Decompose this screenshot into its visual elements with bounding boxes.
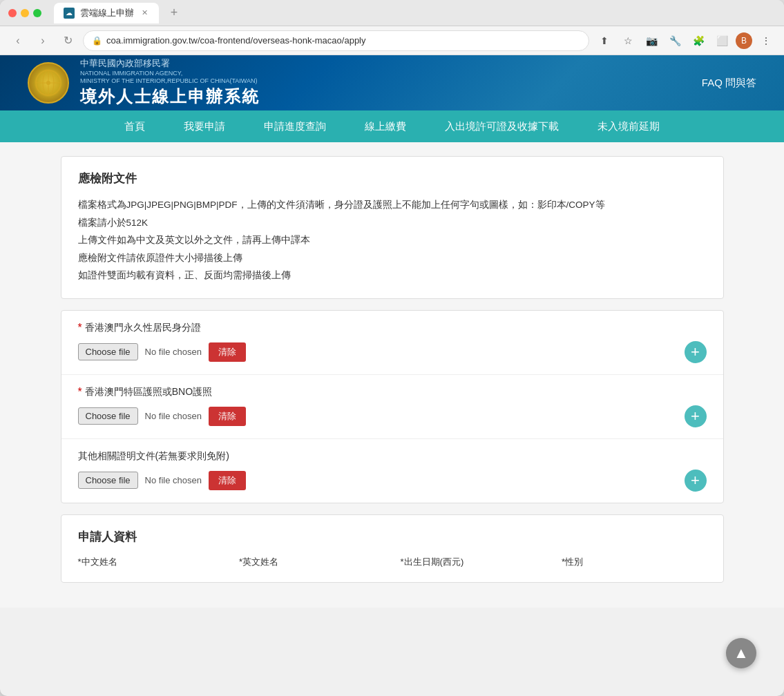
- org-name-zh: 境外人士線上申辦系統: [80, 86, 260, 108]
- nav-item-status[interactable]: 申請進度查詢: [245, 110, 345, 142]
- minimize-window-btn[interactable]: [21, 9, 29, 17]
- profile-btn[interactable]: B: [736, 32, 752, 49]
- reload-btn[interactable]: ↻: [58, 31, 77, 50]
- field-chinese-name-label: *中文姓名: [78, 556, 223, 568]
- nav-item-payment[interactable]: 線上繳費: [345, 110, 426, 142]
- upload-label-passport-text: 香港澳門特區護照或BNO護照: [85, 386, 212, 398]
- nav-item-extension[interactable]: 未入境前延期: [578, 110, 679, 142]
- no-file-text-2: No file chosen: [145, 411, 202, 421]
- upload-label-passport: * 香港澳門特區護照或BNO護照: [78, 386, 707, 398]
- field-english-name: *英文姓名: [239, 556, 384, 568]
- puzzle-btn[interactable]: 🧩: [689, 31, 708, 50]
- share-btn[interactable]: ⬆: [595, 31, 614, 50]
- documents-section-title: 應檢附文件: [78, 171, 707, 186]
- upload-field-passport: * 香港澳門特區護照或BNO護照 Choose file No file cho…: [61, 375, 723, 439]
- clear-btn-3[interactable]: 清除: [209, 471, 246, 490]
- forward-btn[interactable]: ›: [33, 31, 52, 50]
- no-file-text-3: No file chosen: [145, 475, 202, 485]
- camera-btn[interactable]: 📷: [642, 31, 661, 50]
- window-controls: [8, 9, 41, 17]
- upload-row-2: Choose file No file chosen 清除 +: [78, 405, 707, 427]
- browser-toolbar: ‹ › ↻ 🔒 coa.immigration.gov.tw/coa-front…: [0, 26, 784, 55]
- requirement-2: 檔案請小於512K: [78, 214, 707, 232]
- new-tab-btn[interactable]: +: [164, 3, 184, 23]
- org-name-en1: NATIONAL IMMIGRATION AGENCY,: [80, 70, 260, 78]
- tab-favicon: ☁: [64, 8, 75, 19]
- main-nav: 首頁 我要申請 申請進度查詢 線上繳費 入出境許可證及收據下載 未入境前延期: [0, 110, 784, 142]
- upload-field-other: 其他相關證明文件(若無要求則免附) Choose file No file ch…: [61, 439, 723, 503]
- close-window-btn[interactable]: [8, 9, 17, 17]
- org-name-dept: 中華民國內政部移民署: [80, 58, 260, 70]
- browser-actions: ⬆ ☆ 📷 🔧 🧩 ⬜ B ⋮: [595, 31, 776, 50]
- tab-close-btn[interactable]: ✕: [140, 8, 149, 18]
- upload-label-id-text: 香港澳門永久性居民身分證: [85, 322, 201, 334]
- nav-item-home[interactable]: 首頁: [105, 110, 164, 142]
- add-btn-2[interactable]: +: [685, 405, 707, 427]
- tab-title: 雲端線上申辦: [80, 7, 134, 19]
- required-star-1: *: [78, 322, 82, 334]
- header-text: 中華民國內政部移民署 NATIONAL IMMIGRATION AGENCY, …: [80, 58, 260, 108]
- bookmark-btn[interactable]: ☆: [618, 31, 638, 50]
- header-logo-area: 中華民國內政部移民署 NATIONAL IMMIGRATION AGENCY, …: [28, 58, 260, 108]
- nav-item-apply[interactable]: 我要申請: [164, 110, 245, 142]
- svg-point-5: [46, 81, 50, 85]
- upload-label-other-text: 其他相關證明文件(若無要求則免附): [78, 450, 229, 463]
- requirement-4: 應檢附文件請依原證件大小掃描後上傳: [78, 249, 707, 267]
- form-fields-preview: *中文姓名 *英文姓名 *出生日期(西元) *性別: [78, 556, 707, 568]
- field-birthdate: *出生日期(西元): [401, 556, 546, 568]
- upload-section-card: * 香港澳門永久性居民身分證 Choose file No file chose…: [61, 310, 724, 503]
- upload-label-other: 其他相關證明文件(若無要求則免附): [78, 450, 707, 463]
- browser-tab[interactable]: ☁ 雲端線上申辦 ✕: [54, 3, 159, 23]
- choose-file-btn-3[interactable]: Choose file: [78, 472, 138, 489]
- menu-btn[interactable]: ⋮: [756, 31, 776, 50]
- documents-requirements-card: 應檢附文件 檔案格式為JPG|JPEG|PNG|BMP|PDF，上傳的文件須清晰…: [61, 156, 724, 299]
- requirement-1: 檔案格式為JPG|JPEG|PNG|BMP|PDF，上傳的文件須清晰，身分證及護…: [78, 196, 707, 214]
- lock-icon: 🔒: [92, 36, 102, 46]
- upload-row-3: Choose file No file chosen 清除 +: [78, 470, 707, 492]
- site-header: 中華民國內政部移民署 NATIONAL IMMIGRATION AGENCY, …: [0, 55, 784, 110]
- clear-btn-2[interactable]: 清除: [209, 407, 246, 426]
- address-bar[interactable]: 🔒 coa.immigration.gov.tw/coa-frontend/ov…: [83, 30, 589, 51]
- field-english-name-label: *英文姓名: [239, 556, 384, 568]
- field-birthdate-label: *出生日期(西元): [401, 556, 546, 568]
- field-chinese-name: *中文姓名: [78, 556, 223, 568]
- faq-link[interactable]: FAQ 問與答: [702, 77, 756, 90]
- url-text: coa.immigration.gov.tw/coa-frontend/over…: [106, 35, 366, 46]
- upload-field-id: * 香港澳門永久性居民身分證 Choose file No file chose…: [61, 311, 723, 375]
- choose-file-btn-1[interactable]: Choose file: [78, 343, 138, 360]
- applicant-section-title: 申請人資料: [78, 529, 707, 545]
- requirements-list: 檔案格式為JPG|JPEG|PNG|BMP|PDF，上傳的文件須清晰，身分證及護…: [78, 196, 707, 284]
- scroll-to-top-btn[interactable]: ▲: [726, 638, 756, 668]
- website-content: 中華民國內政部移民署 NATIONAL IMMIGRATION AGENCY, …: [0, 55, 784, 608]
- maximize-window-btn[interactable]: [33, 9, 41, 17]
- back-btn[interactable]: ‹: [8, 31, 28, 50]
- upload-label-id: * 香港澳門永久性居民身分證: [78, 322, 707, 334]
- main-content: 應檢附文件 檔案格式為JPG|JPEG|PNG|BMP|PDF，上傳的文件須清晰…: [47, 142, 738, 608]
- field-gender-label: *性別: [562, 556, 707, 568]
- nav-item-permit[interactable]: 入出境許可證及收據下載: [426, 110, 578, 142]
- window-btn[interactable]: ⬜: [712, 31, 732, 50]
- add-btn-1[interactable]: +: [685, 341, 707, 363]
- logo-emblem: [28, 62, 69, 104]
- no-file-text-1: No file chosen: [145, 347, 202, 357]
- field-gender: *性別: [562, 556, 707, 568]
- requirement-5: 如證件雙面均載有資料，正、反面均需掃描後上傳: [78, 267, 707, 284]
- upload-row-1: Choose file No file chosen 清除 +: [78, 341, 707, 363]
- requirement-3: 上傳文件如為中文及英文以外之文件，請再上傳中譯本: [78, 231, 707, 249]
- add-btn-3[interactable]: +: [685, 470, 707, 492]
- extension-btn[interactable]: 🔧: [665, 31, 685, 50]
- org-name-en2: MINISTRY OF THE INTERIOR,REPUBLIC OF CHI…: [80, 77, 260, 86]
- choose-file-btn-2[interactable]: Choose file: [78, 407, 138, 425]
- clear-btn-1[interactable]: 清除: [209, 342, 246, 362]
- applicant-section: 申請人資料 *中文姓名 *英文姓名 *出生日期(西元) *性別: [61, 514, 724, 583]
- browser-titlebar: ☁ 雲端線上申辦 ✕ +: [0, 0, 784, 26]
- required-star-2: *: [78, 386, 82, 398]
